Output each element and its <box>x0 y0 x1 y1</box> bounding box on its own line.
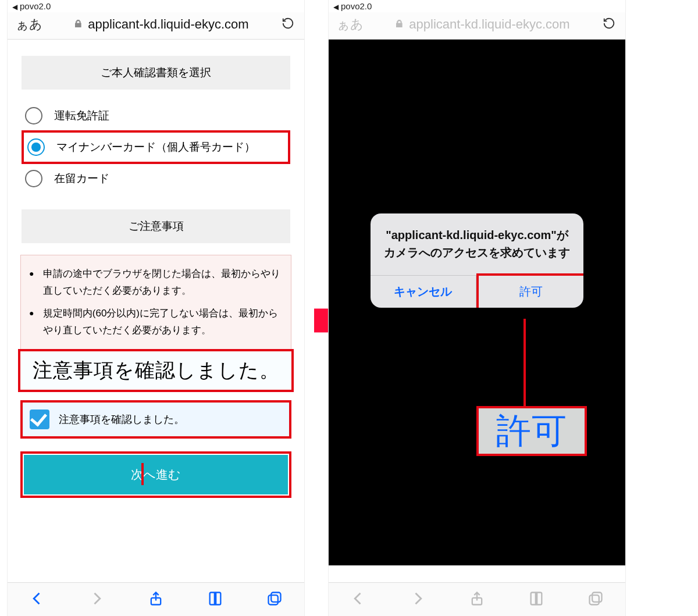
phone-right: ◀povo2.0 ぁあ 🔒︎ applicant-kd.liquid-ekyc.… <box>328 0 626 616</box>
status-back-app-label: povo2.0 <box>20 1 51 11</box>
url-display[interactable]: 🔒︎ applicant-kd.liquid-ekyc.com <box>51 17 272 32</box>
notice-box: 申請の途中でブラウザを閉じた場合は、最初からやり直していただく必要があります。 … <box>20 255 291 350</box>
annotation-connector <box>141 463 144 485</box>
text-size-aa[interactable]: ぁあ <box>16 16 42 33</box>
annotation-connector <box>524 319 526 406</box>
phone-left: ◀povo2.0 ぁあ 🔒︎ applicant-kd.liquid-ekyc.… <box>7 0 305 616</box>
share-button <box>469 590 485 609</box>
status-back-app-label: povo2.0 <box>341 1 372 11</box>
url-domain: applicant-kd.liquid-ekyc.com <box>409 17 569 32</box>
svg-rect-2 <box>269 595 278 604</box>
share-button[interactable] <box>148 590 164 609</box>
tabs-button[interactable] <box>266 590 283 609</box>
radio-icon <box>25 107 42 124</box>
nav-back-button[interactable] <box>29 590 45 609</box>
checkbox-checked-icon <box>30 410 49 429</box>
section-title-documents: ご本人確認書類を選択 <box>22 56 290 90</box>
bookmarks-button[interactable] <box>207 590 223 609</box>
lock-icon: 🔒︎ <box>394 19 404 30</box>
camera-permission-alert: "applicant-kd.liquid-ekyc.com"がカメラへのアクセス… <box>371 213 583 308</box>
next-button-label: 次へ進む <box>131 467 181 483</box>
document-radio-group: 運転免許証 マイナンバーカード（個人番号カード） 在留カード <box>22 101 290 193</box>
status-back-link[interactable]: ◀povo2.0 <box>329 0 625 12</box>
radio-option-residence[interactable]: 在留カード <box>22 164 290 193</box>
svg-rect-5 <box>592 592 601 601</box>
page-content-left: ご本人確認書類を選択 運転免許証 マイナンバーカード（個人番号カード） 在留カー… <box>8 40 304 565</box>
radio-icon <box>25 170 42 187</box>
radio-icon <box>27 138 45 156</box>
radio-label: マイナンバーカード（個人番号カード） <box>56 140 255 155</box>
radio-label: 運転免許証 <box>54 108 109 123</box>
safari-url-bar: ぁあ 🔒︎ applicant-kd.liquid-ekyc.com <box>329 12 625 40</box>
checkbox-label: 注意事項を確認しました。 <box>59 412 184 426</box>
nav-back-button <box>350 590 366 609</box>
section-title-notice: ご注意事項 <box>22 209 290 243</box>
back-triangle-icon: ◀ <box>12 3 20 11</box>
nav-forward-button <box>88 590 105 609</box>
bookmarks-button <box>528 590 544 609</box>
radio-option-mynumber[interactable]: マイナンバーカード（個人番号カード） <box>22 130 290 164</box>
svg-rect-1 <box>271 592 280 601</box>
radio-label: 在留カード <box>54 171 109 186</box>
camera-black-view: "applicant-kd.liquid-ekyc.com"がカメラへのアクセス… <box>329 40 625 565</box>
safari-toolbar <box>329 582 625 616</box>
text-size-aa[interactable]: ぁあ <box>337 16 364 33</box>
callout-confirm-big: 注意事項を確認しました。 <box>18 349 294 392</box>
status-back-link[interactable]: ◀povo2.0 <box>8 0 304 12</box>
callout-allow-big: 許可 <box>476 406 587 456</box>
tabs-button <box>587 590 604 609</box>
alert-allow-button[interactable]: 許可 <box>476 273 584 308</box>
nav-forward-button <box>409 590 426 609</box>
alert-cancel-button[interactable]: キャンセル <box>371 276 476 308</box>
alert-message: "applicant-kd.liquid-ekyc.com"がカメラへのアクセス… <box>371 213 583 275</box>
confirm-checkbox-row[interactable]: 注意事項を確認しました。 <box>20 400 291 439</box>
svg-rect-6 <box>590 595 599 604</box>
next-button[interactable]: 次へ進む <box>24 455 288 494</box>
reload-button[interactable] <box>280 17 296 32</box>
back-triangle-icon: ◀ <box>333 3 341 11</box>
safari-url-bar: ぁあ 🔒︎ applicant-kd.liquid-ekyc.com <box>8 12 304 40</box>
lock-icon: 🔒︎ <box>73 19 83 30</box>
notice-item: 規定時間内(60分以内)に完了しない場合は、最初からやり直していただく必要があり… <box>29 305 283 339</box>
reload-button <box>601 17 617 32</box>
notice-item: 申請の途中でブラウザを閉じた場合は、最初からやり直していただく必要があります。 <box>29 266 283 300</box>
url-display[interactable]: 🔒︎ applicant-kd.liquid-ekyc.com <box>372 17 593 32</box>
radio-option-license[interactable]: 運転免許証 <box>22 101 290 130</box>
url-domain: applicant-kd.liquid-ekyc.com <box>88 17 248 32</box>
next-button-highlight: 次へ進む <box>20 451 291 498</box>
safari-toolbar <box>8 582 304 616</box>
